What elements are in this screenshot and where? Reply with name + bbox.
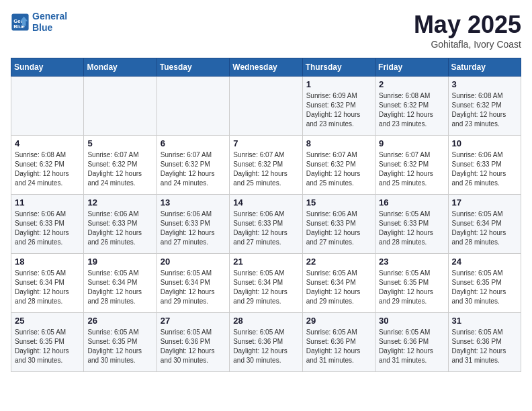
day-number: 2	[379, 79, 444, 89]
day-number: 3	[452, 79, 517, 89]
day-number: 22	[306, 257, 371, 267]
day-cell: 4Sunrise: 6:08 AM Sunset: 6:32 PM Daylig…	[11, 136, 84, 195]
day-number: 7	[233, 138, 298, 148]
day-number: 19	[87, 257, 152, 267]
day-number: 5	[87, 138, 152, 148]
header-saturday: Saturday	[448, 58, 521, 77]
day-number: 30	[379, 316, 444, 326]
day-info: Sunrise: 6:08 AM Sunset: 6:32 PM Dayligh…	[452, 91, 517, 129]
logo-icon: Gen Blue	[11, 13, 30, 32]
logo: Gen Blue General Blue	[11, 11, 67, 34]
title-area: May 2025 Gohitafla, Ivory Coast	[414, 11, 521, 50]
day-info: Sunrise: 6:07 AM Sunset: 6:32 PM Dayligh…	[379, 150, 444, 188]
day-info: Sunrise: 6:05 AM Sunset: 6:36 PM Dayligh…	[161, 328, 226, 365]
calendar-table: SundayMondayTuesdayWednesdayThursdayFrid…	[11, 58, 521, 372]
day-cell	[84, 77, 157, 136]
weekday-header-row: SundayMondayTuesdayWednesdayThursdayFrid…	[11, 58, 521, 77]
day-info: Sunrise: 6:05 AM Sunset: 6:35 PM Dayligh…	[15, 328, 80, 365]
header-sunday: Sunday	[11, 58, 84, 77]
day-number: 12	[87, 197, 152, 208]
day-cell: 15Sunrise: 6:06 AM Sunset: 6:33 PM Dayli…	[302, 195, 375, 254]
day-cell: 23Sunrise: 6:05 AM Sunset: 6:35 PM Dayli…	[375, 254, 448, 313]
day-cell: 8Sunrise: 6:07 AM Sunset: 6:32 PM Daylig…	[302, 136, 375, 195]
day-cell: 3Sunrise: 6:08 AM Sunset: 6:32 PM Daylig…	[448, 77, 521, 136]
day-cell: 18Sunrise: 6:05 AM Sunset: 6:34 PM Dayli…	[11, 254, 84, 313]
header-thursday: Thursday	[302, 58, 375, 77]
day-info: Sunrise: 6:05 AM Sunset: 6:34 PM Dayligh…	[15, 269, 80, 306]
day-number: 28	[233, 316, 298, 326]
day-number: 31	[452, 316, 517, 326]
day-info: Sunrise: 6:06 AM Sunset: 6:33 PM Dayligh…	[452, 150, 517, 188]
header-friday: Friday	[375, 58, 448, 77]
month-year-title: May 2025	[414, 11, 521, 39]
day-cell: 16Sunrise: 6:05 AM Sunset: 6:33 PM Dayli…	[375, 195, 448, 254]
day-number: 18	[15, 257, 80, 267]
day-info: Sunrise: 6:07 AM Sunset: 6:32 PM Dayligh…	[161, 150, 226, 188]
week-row-5: 25Sunrise: 6:05 AM Sunset: 6:35 PM Dayli…	[11, 313, 521, 372]
day-cell: 17Sunrise: 6:05 AM Sunset: 6:34 PM Dayli…	[448, 195, 521, 254]
day-info: Sunrise: 6:05 AM Sunset: 6:36 PM Dayligh…	[379, 328, 444, 365]
day-info: Sunrise: 6:06 AM Sunset: 6:33 PM Dayligh…	[87, 210, 152, 247]
day-info: Sunrise: 6:06 AM Sunset: 6:33 PM Dayligh…	[161, 210, 226, 247]
day-cell	[11, 77, 84, 136]
header-tuesday: Tuesday	[157, 58, 229, 77]
day-number: 8	[306, 138, 371, 148]
day-number: 23	[379, 257, 444, 267]
day-info: Sunrise: 6:08 AM Sunset: 6:32 PM Dayligh…	[15, 150, 80, 188]
day-number: 6	[161, 138, 226, 148]
day-info: Sunrise: 6:08 AM Sunset: 6:32 PM Dayligh…	[379, 91, 444, 129]
day-number: 26	[87, 316, 152, 326]
day-info: Sunrise: 6:05 AM Sunset: 6:35 PM Dayligh…	[379, 269, 444, 306]
day-cell	[157, 77, 229, 136]
day-cell: 30Sunrise: 6:05 AM Sunset: 6:36 PM Dayli…	[375, 313, 448, 372]
day-info: Sunrise: 6:05 AM Sunset: 6:34 PM Dayligh…	[161, 269, 226, 306]
day-info: Sunrise: 6:05 AM Sunset: 6:34 PM Dayligh…	[87, 269, 152, 306]
day-info: Sunrise: 6:05 AM Sunset: 6:35 PM Dayligh…	[452, 269, 517, 306]
day-number: 14	[233, 197, 298, 208]
day-info: Sunrise: 6:07 AM Sunset: 6:32 PM Dayligh…	[87, 150, 152, 188]
day-cell: 20Sunrise: 6:05 AM Sunset: 6:34 PM Dayli…	[157, 254, 229, 313]
day-number: 1	[306, 79, 371, 89]
day-number: 16	[379, 197, 444, 208]
day-info: Sunrise: 6:07 AM Sunset: 6:32 PM Dayligh…	[233, 150, 298, 188]
day-cell: 7Sunrise: 6:07 AM Sunset: 6:32 PM Daylig…	[230, 136, 302, 195]
header-wednesday: Wednesday	[230, 58, 302, 77]
day-info: Sunrise: 6:05 AM Sunset: 6:36 PM Dayligh…	[306, 328, 371, 365]
day-cell: 25Sunrise: 6:05 AM Sunset: 6:35 PM Dayli…	[11, 313, 84, 372]
day-cell: 5Sunrise: 6:07 AM Sunset: 6:32 PM Daylig…	[84, 136, 157, 195]
day-info: Sunrise: 6:06 AM Sunset: 6:33 PM Dayligh…	[233, 210, 298, 247]
week-row-2: 4Sunrise: 6:08 AM Sunset: 6:32 PM Daylig…	[11, 136, 521, 195]
day-info: Sunrise: 6:05 AM Sunset: 6:36 PM Dayligh…	[452, 328, 517, 365]
day-number: 9	[379, 138, 444, 148]
day-info: Sunrise: 6:06 AM Sunset: 6:33 PM Dayligh…	[306, 210, 371, 247]
day-number: 25	[15, 316, 80, 326]
day-cell: 10Sunrise: 6:06 AM Sunset: 6:33 PM Dayli…	[448, 136, 521, 195]
day-number: 20	[161, 257, 226, 267]
day-info: Sunrise: 6:05 AM Sunset: 6:34 PM Dayligh…	[233, 269, 298, 306]
day-cell: 2Sunrise: 6:08 AM Sunset: 6:32 PM Daylig…	[375, 77, 448, 136]
day-number: 15	[306, 197, 371, 208]
day-info: Sunrise: 6:05 AM Sunset: 6:33 PM Dayligh…	[379, 210, 444, 247]
day-info: Sunrise: 6:05 AM Sunset: 6:36 PM Dayligh…	[233, 328, 298, 365]
day-number: 17	[452, 197, 517, 208]
day-cell: 12Sunrise: 6:06 AM Sunset: 6:33 PM Dayli…	[84, 195, 157, 254]
week-row-3: 11Sunrise: 6:06 AM Sunset: 6:33 PM Dayli…	[11, 195, 521, 254]
day-cell: 24Sunrise: 6:05 AM Sunset: 6:35 PM Dayli…	[448, 254, 521, 313]
day-number: 21	[233, 257, 298, 267]
day-number: 4	[15, 138, 80, 148]
week-row-4: 18Sunrise: 6:05 AM Sunset: 6:34 PM Dayli…	[11, 254, 521, 313]
day-cell: 28Sunrise: 6:05 AM Sunset: 6:36 PM Dayli…	[230, 313, 302, 372]
day-cell	[230, 77, 302, 136]
day-number: 24	[452, 257, 517, 267]
header-monday: Monday	[84, 58, 157, 77]
day-number: 29	[306, 316, 371, 326]
day-number: 13	[161, 197, 226, 208]
week-row-1: 1Sunrise: 6:09 AM Sunset: 6:32 PM Daylig…	[11, 77, 521, 136]
day-info: Sunrise: 6:05 AM Sunset: 6:34 PM Dayligh…	[306, 269, 371, 306]
day-info: Sunrise: 6:07 AM Sunset: 6:32 PM Dayligh…	[306, 150, 371, 188]
day-info: Sunrise: 6:05 AM Sunset: 6:35 PM Dayligh…	[87, 328, 152, 365]
day-cell: 11Sunrise: 6:06 AM Sunset: 6:33 PM Dayli…	[11, 195, 84, 254]
day-cell: 21Sunrise: 6:05 AM Sunset: 6:34 PM Dayli…	[230, 254, 302, 313]
day-cell: 29Sunrise: 6:05 AM Sunset: 6:36 PM Dayli…	[302, 313, 375, 372]
day-cell: 31Sunrise: 6:05 AM Sunset: 6:36 PM Dayli…	[448, 313, 521, 372]
